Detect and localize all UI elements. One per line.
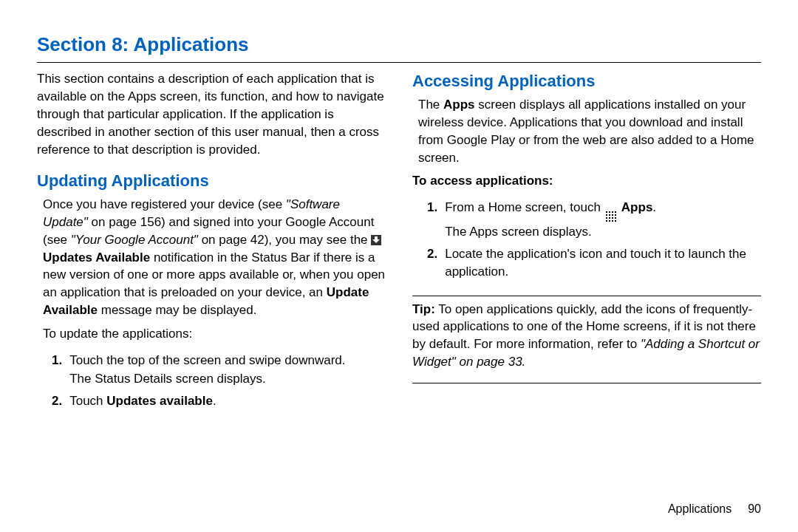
updating-heading: Updating Applications [37, 170, 386, 193]
text: . [652, 200, 656, 214]
apps-label: Apps [443, 98, 475, 112]
step-number: 1. [427, 199, 437, 241]
accessing-paragraph: The Apps screen displays all application… [412, 96, 761, 166]
updates-available-label: Updates Available [43, 250, 150, 265]
footer-page-number: 90 [748, 502, 761, 515]
step-result: The Apps screen displays. [445, 223, 761, 241]
text: . [213, 394, 216, 408]
step-number: 1. [52, 352, 62, 389]
text: message may be displayed. [98, 303, 256, 317]
tip-label: Tip: [412, 302, 435, 316]
access-steps: 1. From a Home screen, touch Apps. The A… [427, 199, 761, 284]
footer-section: Applications [668, 502, 732, 515]
left-column: This section contains a description of e… [37, 70, 386, 493]
step-number: 2. [427, 245, 437, 281]
title-rule [37, 62, 761, 63]
step-text: From a Home screen, touch [445, 200, 604, 214]
updating-paragraph: Once you have registered your device (se… [37, 196, 386, 319]
text: Once you have registered your device (se… [43, 197, 286, 211]
tip-rule-top [412, 296, 761, 296]
xref-google-account: "Your Google Account" [71, 233, 198, 247]
accessing-heading: Accessing Applications [412, 70, 761, 93]
updates-available-button: Updates available [106, 394, 213, 408]
step-result: The Status Details screen displays. [69, 370, 386, 388]
two-column-layout: This section contains a description of e… [37, 70, 761, 493]
text: on page 42), you may see the [198, 233, 371, 247]
tip-paragraph: Tip: To open applications quickly, add t… [412, 301, 761, 371]
download-icon [371, 235, 381, 245]
tip-text: on page 33. [456, 355, 526, 369]
apps-grid-icon [606, 211, 617, 222]
page-footer: Applications90 [37, 494, 761, 517]
step-text: Touch [69, 394, 106, 408]
step-text: Touch the top of the screen and swipe do… [69, 353, 345, 367]
list-item: 2. Locate the application's icon and tou… [427, 245, 761, 281]
step-text: Locate the application's icon and touch … [445, 247, 746, 279]
access-subhead: To access applications: [412, 172, 761, 190]
page-title: Section 8: Applications [37, 31, 761, 58]
update-lead-in: To update the applications: [37, 325, 386, 343]
right-column: Accessing Applications The Apps screen d… [412, 70, 761, 493]
intro-paragraph: This section contains a description of e… [37, 70, 386, 158]
text: The [418, 98, 443, 112]
list-item: 1. From a Home screen, touch Apps. The A… [427, 199, 761, 241]
list-item: 1. Touch the top of the screen and swipe… [52, 352, 386, 389]
step-number: 2. [52, 392, 62, 410]
update-steps: 1. Touch the top of the screen and swipe… [52, 352, 386, 415]
tip-rule-bottom [412, 383, 761, 383]
list-item: 2. Touch Updates available. [52, 392, 386, 410]
apps-label: Apps [621, 200, 653, 214]
